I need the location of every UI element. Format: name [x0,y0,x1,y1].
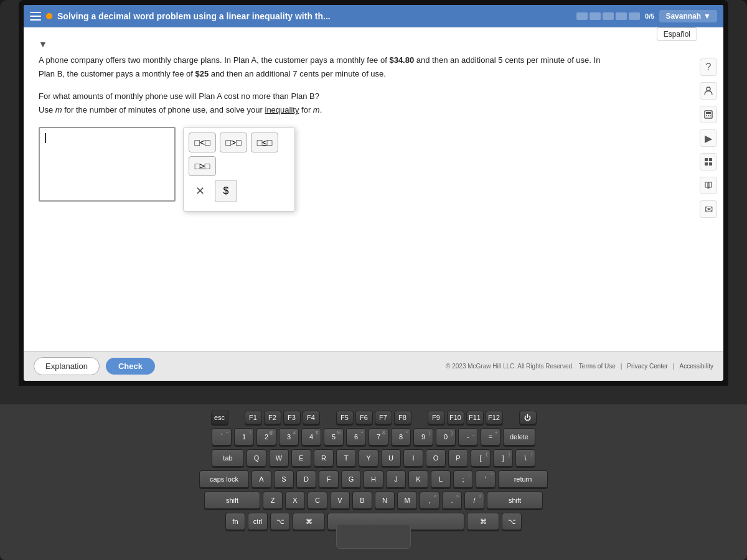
grid-icon[interactable] [700,153,717,170]
key-period[interactable]: >. [442,492,462,509]
zxcv-row: shift Z X C V B N M <, >. ?/ shift [10,492,737,509]
answer-input[interactable] [39,127,176,202]
trackpad[interactable] [336,524,411,549]
key-2[interactable]: @2 [256,428,276,446]
key-power[interactable]: ⏻ [519,411,537,424]
key-backtick[interactable]: ~` [212,428,232,446]
greater-than-button[interactable]: □>□ [220,133,247,152]
key-minus[interactable]: _- [458,428,478,446]
key-y[interactable]: Y [359,449,378,467]
key-t[interactable]: T [336,449,356,467]
key-j[interactable]: J [386,470,406,488]
key-d[interactable]: D [296,470,316,488]
key-fn[interactable]: fn [225,513,245,530]
key-q[interactable]: Q [247,449,266,467]
key-c[interactable]: C [308,492,327,509]
seg-1 [576,12,588,20]
key-z[interactable]: Z [263,492,283,509]
key-p[interactable]: P [448,449,468,467]
key-cmd-left[interactable]: ⌘ [293,513,325,530]
key-o[interactable]: O [426,449,446,467]
key-w[interactable]: W [269,449,289,467]
calculator-icon[interactable] [700,106,717,123]
explanation-button[interactable]: Explanation [34,357,100,375]
key-f6[interactable]: F6 [355,411,373,424]
key-s[interactable]: S [274,470,294,488]
key-semicolon[interactable]: :; [453,470,473,488]
progress-area: 0/5 [576,12,654,20]
collapse-icon[interactable]: ▼ [39,39,708,50]
key-quote[interactable]: "' [476,470,496,488]
key-f2[interactable]: F2 [264,411,281,424]
key-return[interactable]: return [498,470,548,488]
key-shift-left[interactable]: shift [204,492,260,509]
key-f10[interactable]: F10 [447,411,464,424]
key-f3[interactable]: F3 [283,411,301,424]
key-u[interactable]: U [381,449,401,467]
key-3[interactable]: #3 [279,428,299,446]
key-f7[interactable]: F7 [375,411,392,424]
key-lbracket[interactable]: {[ [471,449,491,467]
key-a[interactable]: A [251,470,271,488]
key-backslash[interactable]: |\ [515,449,535,467]
key-f9[interactable]: F9 [428,411,445,424]
key-n[interactable]: N [375,492,395,509]
key-comma[interactable]: <, [420,492,439,509]
key-6[interactable]: ^6 [346,428,366,446]
key-l[interactable]: L [431,470,451,488]
key-7[interactable]: &7 [369,428,388,446]
terms-link[interactable]: Terms of Use [579,363,616,370]
key-ctrl[interactable]: ctrl [248,513,268,530]
key-caps[interactable]: caps lock [199,470,249,488]
key-v[interactable]: V [330,492,350,509]
key-tab[interactable]: tab [212,449,244,467]
dollar-symbol-button[interactable]: $ [215,180,237,202]
key-4[interactable]: $4 [301,428,321,446]
key-g[interactable]: G [341,470,361,488]
key-opt-left[interactable]: ⌥ [270,513,290,530]
key-0[interactable]: )0 [436,428,456,446]
key-esc[interactable]: esc [211,411,228,424]
key-slash[interactable]: ?/ [464,492,484,509]
key-f12[interactable]: F12 [486,411,503,424]
user-menu[interactable]: Savannah ▼ [659,10,717,22]
key-r[interactable]: R [314,449,334,467]
accessibility-link[interactable]: Accessibility [680,363,713,370]
key-f4[interactable]: F4 [303,411,320,424]
key-f1[interactable]: F1 [245,411,262,424]
key-cmd-right[interactable]: ⌘ [467,513,499,530]
espanol-button[interactable]: Español [657,27,697,41]
check-button[interactable]: Check [106,358,155,375]
key-5[interactable]: %5 [324,428,344,446]
less-than-button[interactable]: □<□ [189,133,216,152]
key-equal[interactable]: += [481,428,500,446]
key-rbracket[interactable]: }] [493,449,513,467]
key-i[interactable]: I [403,449,423,467]
hamburger-menu-icon[interactable] [30,12,41,21]
user-icon[interactable] [700,82,717,100]
key-shift-right[interactable]: shift [487,492,543,509]
key-f8[interactable]: F8 [394,411,411,424]
book-icon[interactable] [700,177,717,194]
help-icon[interactable]: ? [700,58,717,76]
key-x[interactable]: X [285,492,305,509]
mail-icon[interactable]: ✉ [700,200,717,218]
key-m[interactable]: M [397,492,417,509]
key-9[interactable]: (9 [413,428,433,446]
key-k[interactable]: K [408,470,428,488]
key-b[interactable]: B [352,492,372,509]
key-f[interactable]: F [319,470,339,488]
key-f11[interactable]: F11 [466,411,484,424]
play-icon[interactable]: ▶ [700,129,717,147]
privacy-link[interactable]: Privacy Center [627,363,668,370]
key-delete[interactable]: delete [503,428,535,446]
less-equal-button[interactable]: □≤□ [251,133,278,152]
key-opt-right[interactable]: ⌥ [502,513,522,530]
key-e[interactable]: E [291,449,311,467]
key-1[interactable]: !1 [234,428,254,446]
greater-equal-button[interactable]: □≥□ [189,156,216,176]
key-h[interactable]: H [364,470,383,488]
key-f5[interactable]: F5 [336,411,354,424]
cancel-symbol-button[interactable]: ✕ [189,180,211,202]
key-8[interactable]: *8 [391,428,411,446]
